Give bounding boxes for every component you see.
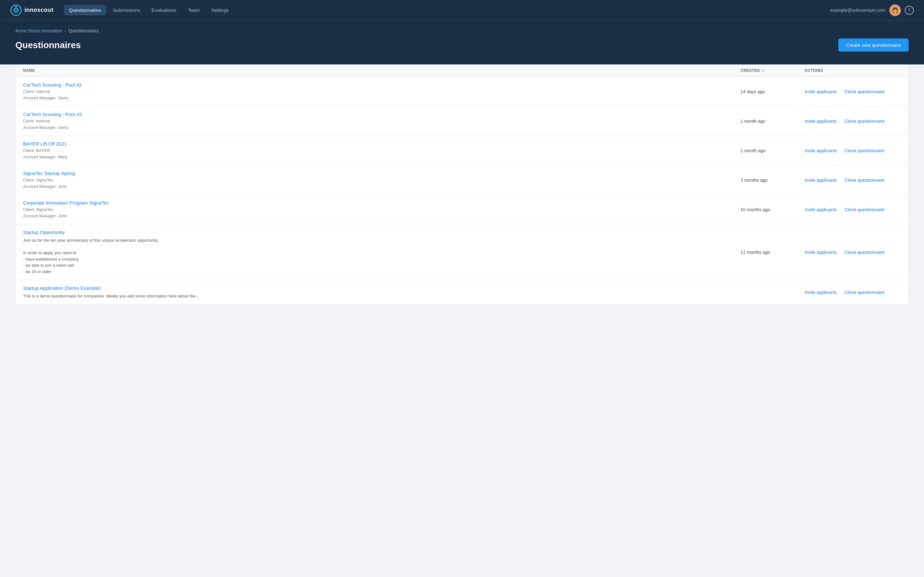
nav-questionnaires[interactable]: Questionnaires: [64, 5, 107, 15]
invite-applicants-link[interactable]: Invite applicants: [804, 290, 837, 295]
breadcrumb-parent[interactable]: Acme Demo Innovation: [15, 28, 62, 33]
col-header-name: NAME: [23, 68, 740, 73]
sort-icon: ▼: [761, 69, 764, 73]
questionnaire-title[interactable]: Startup Opportunity: [23, 229, 65, 235]
help-button[interactable]: ?: [905, 6, 914, 15]
col-header-created[interactable]: CREATED ▼: [740, 68, 804, 73]
row-created: 11 months ago: [740, 250, 804, 255]
row-description: Join us for the ten year anniversary of …: [23, 237, 740, 275]
invite-applicants-link[interactable]: Invite applicants: [804, 119, 837, 124]
row-actions: Invite applicants Clone questionnaire: [804, 148, 901, 153]
invite-applicants-link[interactable]: Invite applicants: [804, 207, 837, 212]
row-actions: Invite applicants Clone questionnaire: [804, 207, 901, 212]
row-name-section: Corporate Innovation Program SignaTec Cl…: [23, 200, 740, 219]
row-description: This is a demo questionnaire for compani…: [23, 293, 740, 300]
questionnaires-table: NAME CREATED ▼ ACTIONS CarTech Scouting …: [15, 64, 909, 305]
breadcrumb-current: Questionnaires: [69, 28, 99, 33]
row-meta: Client: BAYERAccount Manager: Mary: [23, 147, 740, 160]
questionnaire-title[interactable]: SignaTec Startup Spring: [23, 171, 75, 176]
content-header: Acme Demo Innovation › Questionnaires Qu…: [0, 21, 924, 64]
questionnaire-title[interactable]: CarTech Scouting - Pool #3: [23, 111, 82, 117]
nav-evaluations[interactable]: Evaluations: [146, 5, 182, 15]
table-row: CarTech Scouting - Pool #2 Client: Inter…: [15, 77, 909, 106]
row-meta: Client: SignaTecAccount Manager: John: [23, 206, 740, 219]
table-row: Startup Application (Demo Example) This …: [15, 280, 909, 305]
row-created: 1 month ago: [740, 148, 804, 153]
logo[interactable]: innoscout: [10, 5, 53, 16]
invite-applicants-link[interactable]: Invite applicants: [804, 177, 837, 183]
row-name-section: CarTech Scouting - Pool #3 Client: Inter…: [23, 111, 740, 131]
row-meta: Client: SignaTecAccount Manager: John: [23, 177, 740, 189]
svg-point-2: [15, 9, 17, 11]
row-meta: Client: InternalAccount Manager: Gerry: [23, 89, 740, 101]
row-actions: Invite applicants Clone questionnaire: [804, 119, 901, 124]
row-name-section: Startup Application (Demo Example) This …: [23, 285, 740, 300]
navbar-right: example@solinventum.com 👩 ?: [830, 5, 914, 16]
user-avatar[interactable]: 👩: [889, 5, 901, 16]
invite-applicants-link[interactable]: Invite applicants: [804, 250, 837, 255]
invite-applicants-link[interactable]: Invite applicants: [804, 89, 837, 94]
row-actions: Invite applicants Clone questionnaire: [804, 177, 901, 183]
table-row: Corporate Innovation Program SignaTec Cl…: [15, 195, 909, 224]
row-actions: Invite applicants Clone questionnaire: [804, 89, 901, 94]
table-row: Startup Opportunity Join us for the ten …: [15, 224, 909, 280]
logo-icon: [10, 5, 22, 16]
clone-questionnaire-link[interactable]: Clone questionnaire: [845, 207, 885, 212]
row-actions: Invite applicants Clone questionnaire: [804, 290, 901, 295]
clone-questionnaire-link[interactable]: Clone questionnaire: [845, 148, 885, 153]
table-header: NAME CREATED ▼ ACTIONS: [15, 64, 909, 77]
clone-questionnaire-link[interactable]: Clone questionnaire: [845, 89, 885, 94]
row-meta: Client: InternalAccount Manager: Gerry: [23, 118, 740, 131]
row-created: 10 months ago: [740, 207, 804, 212]
nav-submissions[interactable]: Submissions: [107, 5, 145, 15]
clone-questionnaire-link[interactable]: Clone questionnaire: [845, 119, 885, 124]
row-name-section: Startup Opportunity Join us for the ten …: [23, 229, 740, 275]
logo-text: innoscout: [24, 7, 53, 13]
table-row: CarTech Scouting - Pool #3 Client: Inter…: [15, 106, 909, 136]
row-created: 1 month ago: [740, 119, 804, 124]
page-header: Questionnaires Create new questionnaire: [15, 39, 909, 52]
create-questionnaire-button[interactable]: Create new questionnaire: [838, 39, 909, 52]
questionnaire-title[interactable]: BAYER Lift-Off 2021: [23, 141, 67, 147]
table-row: SignaTec Startup Spring Client: SignaTec…: [15, 165, 909, 195]
row-name-section: CarTech Scouting - Pool #2 Client: Inter…: [23, 82, 740, 101]
questionnaire-title[interactable]: Corporate Innovation Program SignaTec: [23, 200, 109, 205]
breadcrumb: Acme Demo Innovation › Questionnaires: [15, 28, 909, 33]
nav-settings[interactable]: Settings: [206, 5, 234, 15]
invite-applicants-link[interactable]: Invite applicants: [804, 148, 837, 153]
clone-questionnaire-link[interactable]: Clone questionnaire: [845, 250, 885, 255]
row-created: 14 days ago: [740, 89, 804, 94]
questionnaire-title[interactable]: Startup Application (Demo Example): [23, 285, 101, 291]
row-name-section: BAYER Lift-Off 2021 Client: BAYERAccount…: [23, 141, 740, 160]
row-created: 3 months ago: [740, 177, 804, 183]
breadcrumb-separator: ›: [65, 29, 66, 33]
page-title: Questionnaires: [15, 40, 81, 50]
nav-team[interactable]: Team: [183, 5, 205, 15]
row-actions: Invite applicants Clone questionnaire: [804, 250, 901, 255]
questionnaire-title[interactable]: CarTech Scouting - Pool #2: [23, 82, 82, 87]
user-email: example@solinventum.com: [830, 8, 885, 13]
clone-questionnaire-link[interactable]: Clone questionnaire: [845, 290, 885, 295]
col-header-actions: ACTIONS: [804, 68, 901, 73]
navbar: innoscout Questionnaires Submissions Eva…: [0, 0, 924, 21]
nav-menu: Questionnaires Submissions Evaluations T…: [64, 5, 830, 15]
clone-questionnaire-link[interactable]: Clone questionnaire: [845, 177, 885, 183]
table-row: BAYER Lift-Off 2021 Client: BAYERAccount…: [15, 136, 909, 165]
row-name-section: SignaTec Startup Spring Client: SignaTec…: [23, 171, 740, 189]
